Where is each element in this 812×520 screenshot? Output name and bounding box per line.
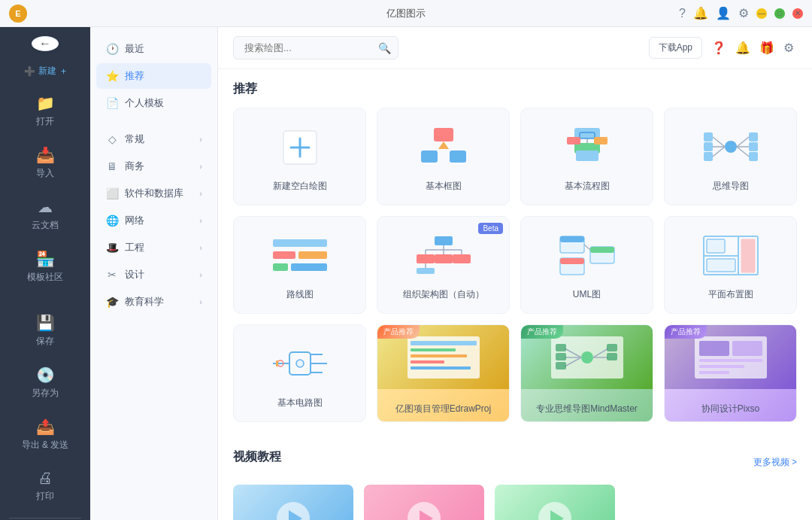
svg-rect-70 <box>411 366 471 369</box>
gift-icon[interactable]: 🎁 <box>759 41 774 55</box>
close-button[interactable]: ✕ <box>792 8 803 19</box>
beta-badge: Beta <box>478 223 503 234</box>
svg-rect-21 <box>704 152 713 161</box>
sidebar-item-save[interactable]: 💾 保存 <box>6 306 84 355</box>
user-icon[interactable]: 👤 <box>716 6 731 20</box>
roadmap-icon <box>246 229 353 282</box>
titlebar: E 亿图图示 ? 🔔 👤 ⚙ — □ ✕ <box>0 0 812 27</box>
sidebar-item-open[interactable]: 📁 打开 <box>6 87 84 135</box>
sidebar-item-new[interactable]: ➕ 新建 + <box>6 59 84 84</box>
nav-item-business[interactable]: 🖥 商务 › <box>96 154 211 179</box>
template-card-mindmap[interactable]: 思维导图 <box>664 108 797 205</box>
nav-item-network[interactable]: 🌐 网络 › <box>96 208 211 233</box>
template-card-basic-flow[interactable]: 基本流程图 <box>520 108 653 205</box>
open-label: 打开 <box>36 115 54 128</box>
basic-frame-icon <box>389 120 497 174</box>
svg-rect-55 <box>707 259 735 272</box>
video-card-3[interactable] <box>495 485 615 520</box>
svg-rect-31 <box>273 263 288 271</box>
download-app-button[interactable]: 下载App <box>649 37 702 59</box>
circuit-label: 基本电路图 <box>277 397 323 409</box>
business-icon: 🖥 <box>105 160 119 172</box>
svg-rect-66 <box>411 341 477 345</box>
sidebar-item-saveas[interactable]: 💿 另存为 <box>6 358 84 407</box>
nav-item-recommend[interactable]: ⭐ 推荐 <box>96 63 211 89</box>
business-label: 商务 <box>125 160 193 173</box>
roadmap-label: 路线图 <box>286 288 314 301</box>
settings-icon[interactable]: ⚙ <box>738 6 749 20</box>
notification-icon[interactable]: 🔔 <box>693 6 708 20</box>
more-videos-link[interactable]: 更多视频 > <box>753 456 797 469</box>
recommend-label: 推荐 <box>125 69 202 83</box>
bell-icon[interactable]: 🔔 <box>735 41 750 55</box>
template-card-org-chart[interactable]: Beta <box>377 216 510 314</box>
sidebar-item-print[interactable]: 🖨 打印 <box>6 462 84 510</box>
edrawproj-label: 亿图项目管理EdrawProj <box>392 397 494 421</box>
nav-item-design[interactable]: ✂ 设计 › <box>96 262 211 287</box>
maximize-button[interactable]: □ <box>774 8 785 19</box>
app-title: 亿图图示 <box>386 7 426 20</box>
svg-line-22 <box>737 137 749 147</box>
uml-icon <box>533 229 641 282</box>
sidebar-bottom: 👤 账户 ⚙ 选项 <box>0 512 90 520</box>
template-card-roadmap[interactable]: 路线图 <box>233 216 366 314</box>
template-card-new-blank[interactable]: 新建空白绘图 <box>233 108 366 205</box>
template-card-layout[interactable]: 平面布置图 <box>664 216 797 314</box>
basic-flow-label: 基本流程图 <box>565 180 610 193</box>
personal-label: 个人模板 <box>125 96 202 110</box>
video-card-2[interactable] <box>364 485 484 520</box>
template-card-edrawproj[interactable]: 产品推荐 亿图项目管理EdrawProj <box>377 324 510 422</box>
template-card-mindmaster[interactable]: 产品推荐 <box>520 324 653 422</box>
help-circle-icon[interactable]: ❓ <box>711 41 726 55</box>
svg-rect-63 <box>276 360 278 366</box>
sidebar-item-cloud[interactable]: ☁ 云文档 <box>6 190 84 239</box>
svg-point-72 <box>581 351 593 363</box>
svg-rect-23 <box>749 132 758 141</box>
plus-icon: ➕ <box>24 66 35 77</box>
design-label: 设计 <box>125 268 193 281</box>
sidebar-item-templates[interactable]: 🏪 模板社区 <box>6 242 84 291</box>
template-grid: 新建空白绘图 基本框图 <box>233 108 797 422</box>
svg-rect-84 <box>699 341 729 356</box>
back-button[interactable]: ← <box>32 36 59 51</box>
engineering-label: 工程 <box>125 241 193 254</box>
general-chevron: › <box>199 135 202 144</box>
user-avatar[interactable]: E <box>9 5 27 23</box>
titlebar-left: E <box>9 5 27 23</box>
nav-item-software-db[interactable]: ⬜ 软件和数据库 › <box>96 181 211 206</box>
export-icon: 📤 <box>36 418 55 436</box>
education-icon: 🎓 <box>105 296 119 308</box>
template-card-circuit[interactable]: 基本电路图 <box>233 324 366 422</box>
template-card-pixso[interactable]: 产品推荐 协同设计Pixso <box>664 324 797 422</box>
basic-flow-icon <box>533 120 641 174</box>
svg-rect-82 <box>607 353 617 360</box>
nav-item-personal[interactable]: 📄 个人模板 <box>96 90 211 116</box>
nav-item-general[interactable]: ◇ 常规 › <box>96 126 211 152</box>
mindmap-icon <box>677 120 784 174</box>
svg-rect-33 <box>435 236 453 245</box>
nav-item-education[interactable]: 🎓 教育科学 › <box>96 289 211 315</box>
templates-label: 模板社区 <box>27 271 63 284</box>
template-card-uml[interactable]: UML图 <box>520 216 653 314</box>
svg-point-64 <box>296 360 304 367</box>
basic-frame-label: 基本框图 <box>426 180 462 193</box>
gear-icon[interactable]: ⚙ <box>783 41 794 55</box>
search-input[interactable] <box>233 36 398 59</box>
video-card-1[interactable]: 马上收录导航 <box>233 485 353 520</box>
nav-item-recent[interactable]: 🕐 最近 <box>96 36 211 62</box>
nav-item-engineering[interactable]: 🎩 工程 › <box>96 235 211 260</box>
question-icon[interactable]: ? <box>679 7 686 20</box>
layout-icon <box>677 229 784 282</box>
import-label: 导入 <box>36 167 54 180</box>
svg-rect-76 <box>556 353 566 360</box>
org-chart-label: 组织架构图（自动） <box>403 288 484 301</box>
template-card-basic-frame[interactable]: 基本框图 <box>377 108 510 205</box>
cloud-icon: ☁ <box>38 198 53 216</box>
svg-rect-12 <box>567 137 580 144</box>
network-label: 网络 <box>125 214 193 227</box>
svg-rect-74 <box>556 344 566 351</box>
sidebar-item-import[interactable]: 📥 导入 <box>6 138 84 187</box>
print-label: 打印 <box>36 490 54 503</box>
sidebar-item-export[interactable]: 📤 导出 & 发送 <box>6 410 84 459</box>
minimize-button[interactable]: — <box>756 8 767 19</box>
